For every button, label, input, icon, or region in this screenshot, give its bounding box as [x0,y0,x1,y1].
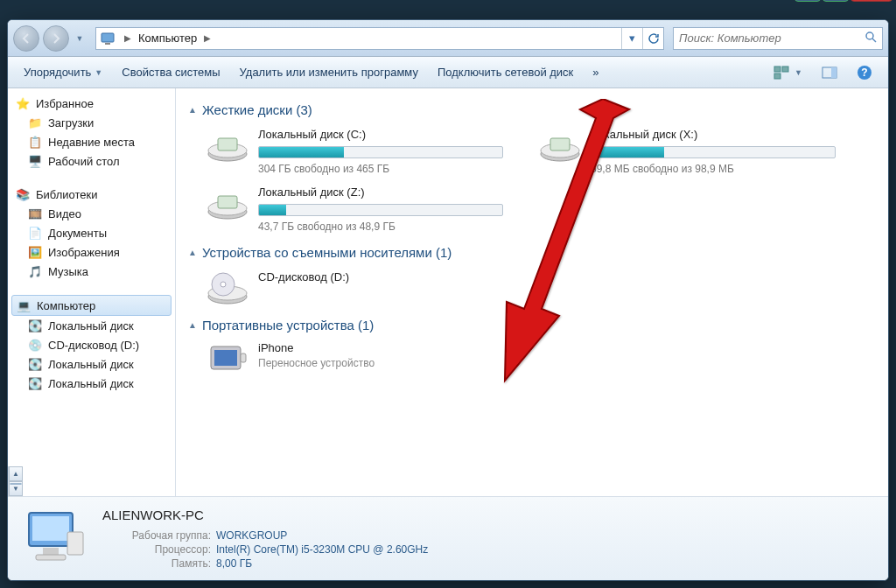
drive-icon: 💽 [27,376,43,390]
svg-text:?: ? [861,66,867,79]
cpu-label: Процессор: [102,543,216,556]
sidebar-downloads[interactable]: 📁Загрузки [8,113,175,132]
cd-icon: 💿 [27,338,43,352]
search-box[interactable] [673,27,883,50]
svg-rect-27 [241,354,246,362]
workgroup-label: Рабочая группа: [102,529,216,542]
desktop-icon: 🖥️ [27,154,43,168]
toolbar: Упорядочить▼ Свойства системы Удалить ил… [8,57,888,88]
breadcrumb-computer[interactable]: Компьютер [135,32,200,45]
recent-icon: 📋 [27,135,43,149]
address-bar[interactable]: ▶ Компьютер ▶ ▾ [95,27,664,50]
preview-pane-button[interactable] [813,63,846,82]
capacity-bar [258,204,503,216]
svg-rect-17 [550,138,570,150]
chevron-right-icon: ▶ [121,33,135,43]
drive-z[interactable]: Локальный диск (Z:) 43,7 ГБ свободно из … [206,184,503,233]
svg-point-24 [220,282,226,287]
capacity-bar [591,146,836,158]
sidebar-recent[interactable]: 📋Недавние места [8,132,175,151]
scroll-up-button[interactable]: ▲ [9,466,23,481]
drive-free-text: 69,8 МБ свободно из 98,9 МБ [591,163,836,175]
memory-label: Память: [102,557,216,570]
memory-value: 8,00 ГБ [216,557,252,570]
map-drive-button[interactable]: Подключить сетевой диск [429,62,582,82]
sidebar-cddrive[interactable]: 💿CD-дисковод (D:) [8,335,175,354]
pictures-icon: 🖼️ [27,245,43,259]
drive-icon: 💽 [27,318,43,332]
sidebar-computer[interactable]: 💻Компьютер [11,295,172,316]
computer-large-icon [22,504,88,570]
navigation-pane: ⭐Избранное 📁Загрузки 📋Недавние места 🖥️Р… [8,88,176,496]
help-button[interactable]: ? [848,61,881,84]
uninstall-program-button[interactable]: Удалить или изменить программу [231,62,427,82]
forward-button[interactable] [43,25,69,52]
sidebar-pictures[interactable]: 🖼️Изображения [8,242,175,262]
category-portable[interactable]: ▲Портативные устройства (1) [188,318,876,332]
svg-rect-33 [67,532,83,555]
content-pane: ▲Жесткие диски (3) Локальный диск (C:) 3… [176,88,888,496]
sidebar-localdisk[interactable]: 💽Локальный диск [8,354,175,374]
drive-c[interactable]: Локальный диск (C:) 304 ГБ свободно из 4… [206,126,503,175]
status-computer-name: ALIENWORK-PC [102,508,428,522]
video-icon: 🎞️ [27,206,43,220]
folder-icon: 📁 [27,116,43,130]
drive-free-text: 43,7 ГБ свободно из 48,9 ГБ [258,220,503,233]
computer-icon: 💻 [16,298,32,312]
documents-icon: 📄 [27,226,43,240]
workgroup-value: WORKGROUP [216,529,287,542]
libraries-icon: 📚 [15,187,31,201]
drive-cd[interactable]: CD-дисковод (D:) [206,269,503,305]
cpu-value: Intel(R) Core(TM) i5-3230M CPU @ 2.60GHz [216,543,428,556]
drive-free-text: 304 ГБ свободно из 465 ГБ [258,163,503,175]
drive-name: Локальный диск (Z:) [258,186,503,199]
refresh-button[interactable] [642,28,663,49]
svg-rect-14 [218,138,237,150]
toolbar-overflow[interactable]: » [584,62,607,82]
sidebar-libraries[interactable]: 📚Библиотеки [8,185,175,204]
svg-point-4 [866,32,873,39]
sidebar-video[interactable]: 🎞️Видео [8,204,175,223]
svg-rect-20 [218,196,237,208]
computer-icon [100,30,117,47]
sidebar-localdisk[interactable]: 💽Локальный диск [8,316,175,335]
nav-bar: ▼ ▶ Компьютер ▶ ▾ [8,20,888,57]
category-removable[interactable]: ▲Устройства со съемными носителями (1) [188,245,876,260]
sidebar-localdisk[interactable]: 💽Локальный диск [8,374,175,393]
drive-icon: 💽 [27,357,43,371]
sidebar-favorites[interactable]: ⭐Избранное [8,94,175,113]
address-dropdown-button[interactable]: ▾ [621,28,642,49]
cd-drive-icon [206,269,249,305]
star-icon: ⭐ [15,96,31,110]
device-iphone[interactable]: iPhone Переносное устройство [206,341,876,380]
sidebar-scrollbar[interactable]: ▲ ▼ [8,466,23,496]
view-options-button[interactable]: ▼ [765,62,811,83]
drive-name: Локальный диск (X:) [591,128,836,141]
maximize-button[interactable] [822,0,849,2]
svg-rect-6 [782,66,788,72]
nav-history-dropdown[interactable]: ▼ [73,25,87,52]
search-input[interactable] [679,32,864,45]
sidebar-desktop[interactable]: 🖥️Рабочий стол [8,151,175,171]
chevron-right-icon: ▶ [200,33,214,43]
drive-name: CD-дисковод (D:) [258,270,503,284]
sidebar-music[interactable]: 🎵Музыка [8,262,175,281]
sidebar-documents[interactable]: 📄Документы [8,223,175,242]
scrollbar-thumb[interactable] [10,483,22,485]
hdd-icon [206,184,249,220]
drive-name: Локальный диск (C:) [258,128,503,141]
close-button[interactable] [850,0,892,2]
hdd-icon [538,126,582,163]
organize-menu[interactable]: Упорядочить▼ [15,62,111,82]
device-subtitle: Переносное устройство [258,357,374,369]
svg-rect-9 [831,67,836,78]
svg-rect-30 [32,516,69,541]
system-properties-button[interactable]: Свойства системы [113,62,228,82]
drive-x[interactable]: Локальный диск (X:) 69,8 МБ свободно из … [538,126,836,175]
category-hdd[interactable]: ▲Жесткие диски (3) [188,102,876,117]
minimize-button[interactable] [794,0,821,2]
svg-rect-5 [774,66,780,72]
back-button[interactable] [13,25,39,52]
svg-rect-26 [214,350,237,366]
details-pane: ALIENWORK-PC Рабочая группа:WORKGROUP Пр… [8,496,888,580]
